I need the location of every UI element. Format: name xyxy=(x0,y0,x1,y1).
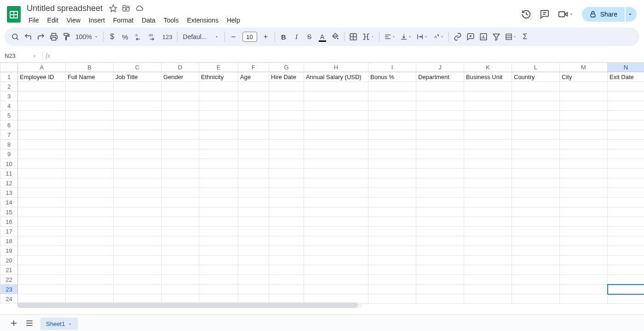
cell[interactable] xyxy=(18,120,66,130)
cell[interactable] xyxy=(114,111,161,120)
cell[interactable] xyxy=(114,140,161,149)
cell[interactable] xyxy=(161,149,199,159)
cell[interactable] xyxy=(608,207,644,217)
column-header[interactable]: H xyxy=(304,63,368,72)
menu-data[interactable]: Data xyxy=(138,16,159,25)
cell[interactable] xyxy=(269,159,304,169)
cell[interactable] xyxy=(114,130,161,140)
wrap-icon[interactable] xyxy=(414,30,430,43)
cell[interactable] xyxy=(608,130,644,140)
horizontal-scrollbar[interactable] xyxy=(17,302,362,308)
cell[interactable] xyxy=(416,217,464,227)
cell[interactable] xyxy=(114,207,161,217)
cell[interactable]: Employee ID xyxy=(18,72,66,82)
cell[interactable] xyxy=(238,285,269,294)
cell[interactable] xyxy=(304,130,368,140)
cell[interactable] xyxy=(304,159,368,169)
column-header[interactable]: M xyxy=(560,63,608,72)
cell[interactable] xyxy=(512,236,560,246)
cell[interactable] xyxy=(368,256,416,265)
cell[interactable] xyxy=(416,198,464,207)
cell[interactable] xyxy=(161,159,199,169)
cell[interactable] xyxy=(304,188,368,198)
cell[interactable] xyxy=(66,120,114,130)
cell[interactable] xyxy=(238,159,269,169)
sheets-logo[interactable] xyxy=(5,5,23,23)
cell[interactable] xyxy=(464,246,512,256)
row-header[interactable]: 4 xyxy=(0,101,18,111)
valign-icon[interactable] xyxy=(398,30,414,43)
cloud-status-icon[interactable] xyxy=(135,4,144,12)
cell[interactable] xyxy=(464,256,512,265)
cell[interactable] xyxy=(18,217,66,227)
cell[interactable] xyxy=(161,101,199,111)
cell[interactable] xyxy=(304,120,368,130)
cell[interactable] xyxy=(238,275,269,285)
cell[interactable] xyxy=(161,265,199,275)
cell[interactable] xyxy=(66,159,114,169)
cell[interactable] xyxy=(464,227,512,236)
cell[interactable] xyxy=(18,246,66,256)
cell[interactable] xyxy=(416,256,464,265)
cell[interactable] xyxy=(114,120,161,130)
cell[interactable] xyxy=(464,207,512,217)
cell[interactable] xyxy=(512,178,560,188)
cell[interactable] xyxy=(464,101,512,111)
menu-view[interactable]: View xyxy=(63,16,84,25)
cell[interactable] xyxy=(608,111,644,120)
cell[interactable] xyxy=(464,188,512,198)
cell[interactable] xyxy=(560,159,608,169)
cell[interactable]: Country xyxy=(512,72,560,82)
cell[interactable] xyxy=(114,256,161,265)
cell[interactable] xyxy=(114,188,161,198)
cell[interactable] xyxy=(66,265,114,275)
cell[interactable] xyxy=(114,217,161,227)
cell[interactable] xyxy=(238,140,269,149)
link-icon[interactable] xyxy=(452,30,464,43)
cell[interactable] xyxy=(464,265,512,275)
cell[interactable] xyxy=(304,149,368,159)
cell[interactable] xyxy=(66,227,114,236)
cell[interactable] xyxy=(269,236,304,246)
cell[interactable] xyxy=(238,120,269,130)
cell[interactable] xyxy=(269,265,304,275)
column-header[interactable]: D xyxy=(161,63,199,72)
cell[interactable] xyxy=(416,227,464,236)
redo-icon[interactable] xyxy=(35,30,47,43)
cell[interactable] xyxy=(608,159,644,169)
cell[interactable] xyxy=(560,120,608,130)
cell[interactable] xyxy=(464,217,512,227)
row-header[interactable]: 11 xyxy=(0,169,18,178)
all-sheets-icon[interactable] xyxy=(25,319,34,328)
cell[interactable] xyxy=(238,178,269,188)
row-header[interactable]: 13 xyxy=(0,188,18,198)
cell[interactable] xyxy=(199,130,238,140)
cell[interactable] xyxy=(560,265,608,275)
row-header[interactable]: 7 xyxy=(0,130,18,140)
currency-icon[interactable]: $ xyxy=(106,30,118,43)
cell[interactable] xyxy=(269,120,304,130)
cell[interactable] xyxy=(161,111,199,120)
cell[interactable] xyxy=(66,188,114,198)
menu-edit[interactable]: Edit xyxy=(44,16,62,25)
row-header[interactable]: 1 xyxy=(0,72,18,82)
cell[interactable] xyxy=(304,256,368,265)
decrease-fontsize-button[interactable]: − xyxy=(228,30,240,43)
cell[interactable] xyxy=(66,169,114,178)
table-view-icon[interactable] xyxy=(503,30,518,43)
cell[interactable] xyxy=(560,217,608,227)
cell[interactable] xyxy=(66,82,114,91)
column-header[interactable]: I xyxy=(368,63,416,72)
cell[interactable] xyxy=(368,149,416,159)
print-icon[interactable] xyxy=(48,30,60,43)
cell[interactable] xyxy=(416,188,464,198)
cell[interactable] xyxy=(608,227,644,236)
cell[interactable] xyxy=(161,207,199,217)
cell[interactable] xyxy=(238,188,269,198)
cell[interactable] xyxy=(608,198,644,207)
cell[interactable] xyxy=(238,227,269,236)
share-button[interactable]: Share xyxy=(582,7,625,22)
cell[interactable] xyxy=(269,91,304,101)
borders-icon[interactable] xyxy=(347,30,359,43)
cell[interactable] xyxy=(66,140,114,149)
